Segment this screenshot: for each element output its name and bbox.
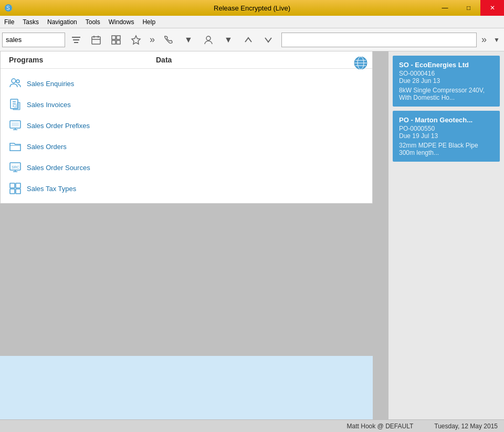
svg-rect-12 xyxy=(117,40,120,44)
folder-icon xyxy=(9,140,22,153)
data-area xyxy=(148,69,372,203)
programs-header: Programs xyxy=(1,51,148,68)
svg-point-14 xyxy=(206,36,211,40)
list-item[interactable]: Sales Enquiries xyxy=(1,73,148,94)
star-icon xyxy=(131,35,141,45)
star-button[interactable] xyxy=(127,31,145,49)
search-dropdown: Programs Data xyxy=(0,51,373,204)
app-icon: S xyxy=(4,4,13,12)
status-date: Tuesday, 12 May 2015 xyxy=(434,423,498,430)
dropdown-content: Sales Enquiries Sales Invoices xyxy=(1,69,372,203)
svg-marker-13 xyxy=(132,36,140,44)
filter-icon xyxy=(71,35,81,45)
person-icon xyxy=(203,35,214,45)
list-item[interactable]: Sales Tax Types xyxy=(1,178,148,199)
up-icon xyxy=(243,35,254,45)
program-label: Sales Tax Types xyxy=(27,185,76,193)
person-button[interactable] xyxy=(200,31,217,49)
monitor2-icon: SRC xyxy=(9,161,22,174)
list-item[interactable]: Sales Orders xyxy=(1,136,148,157)
list-item[interactable]: Sales Invoices xyxy=(1,94,148,115)
toolbar: » ▼ ▼ » ▼ xyxy=(0,28,504,51)
data-header: Data xyxy=(148,51,372,68)
card-desc: 32mm MDPE PE Black Pipe 300m length... xyxy=(399,142,494,156)
po-card[interactable]: PO - Marton Geotech... PO-0000550 Due 19… xyxy=(393,111,500,162)
dropdown-header: Programs Data xyxy=(1,51,372,69)
svg-rect-26 xyxy=(12,122,19,127)
down-button[interactable] xyxy=(259,31,277,49)
dropdown-phone-button[interactable]: ▼ xyxy=(180,31,197,49)
below-content-area xyxy=(0,356,373,419)
svg-rect-5 xyxy=(92,37,100,44)
menu-windows[interactable]: Windows xyxy=(104,17,139,27)
svg-rect-32 xyxy=(16,183,20,188)
title-bar: S Release Encrypted (Live) — □ ✕ xyxy=(0,0,504,16)
menu-help[interactable]: Help xyxy=(138,17,160,27)
globe-container xyxy=(353,56,368,72)
people-icon xyxy=(9,77,22,90)
svg-rect-10 xyxy=(117,36,120,39)
svg-rect-31 xyxy=(10,183,15,188)
close-button[interactable]: ✕ xyxy=(480,0,504,16)
menu-tools[interactable]: Tools xyxy=(81,17,104,27)
svg-rect-9 xyxy=(112,36,116,39)
svg-rect-34 xyxy=(16,189,20,194)
invoice-icon xyxy=(9,98,22,111)
program-label: Sales Orders xyxy=(27,143,67,151)
card-date: Due 28 Jun 13 xyxy=(399,77,494,85)
collapse-button[interactable]: ▼ xyxy=(491,31,502,49)
card-number: PO-0000550 xyxy=(399,125,494,132)
calendar-button[interactable] xyxy=(87,31,105,49)
svg-rect-11 xyxy=(112,40,116,44)
so-card[interactable]: SO - EcoEnergies Ltd SO-0000416 Due 28 J… xyxy=(393,56,500,107)
program-label: Sales Order Sources xyxy=(27,164,90,172)
menu-navigation[interactable]: Navigation xyxy=(43,17,81,27)
window-title: Release Encrypted (Live) xyxy=(214,4,290,12)
svg-point-20 xyxy=(12,79,16,83)
monitor-icon xyxy=(9,119,22,132)
program-label: Sales Invoices xyxy=(27,101,71,109)
up-button[interactable] xyxy=(239,31,257,49)
grid-button[interactable] xyxy=(107,31,125,49)
filter-button[interactable] xyxy=(67,31,85,49)
window-controls: — □ ✕ xyxy=(433,0,504,16)
program-label: Sales Enquiries xyxy=(27,80,74,88)
status-user: Matt Hook @ DEFAULT xyxy=(347,423,414,430)
list-item[interactable]: Sales Order Prefixes xyxy=(1,115,148,136)
dropdown-person-button[interactable]: ▼ xyxy=(219,31,237,49)
card-date: Due 19 Jul 13 xyxy=(399,132,494,140)
right-expand-button[interactable]: » xyxy=(479,31,489,49)
svg-text:SRC: SRC xyxy=(12,165,19,169)
right-panel: SO - EcoEnergies Ltd SO-0000416 Due 28 J… xyxy=(388,51,504,419)
card-title: PO - Marton Geotech... xyxy=(399,116,494,124)
globe-icon xyxy=(353,56,368,70)
card-number: SO-0000416 xyxy=(399,70,494,77)
svg-text:S: S xyxy=(6,5,10,11)
calendar-icon xyxy=(91,35,101,45)
status-bar: Matt Hook @ DEFAULT Tuesday, 12 May 2015 xyxy=(0,419,504,432)
search-input[interactable] xyxy=(2,33,65,47)
card-desc: 8kW Single Compressor 240V, With Domesti… xyxy=(399,87,494,101)
expand-button[interactable]: » xyxy=(147,31,158,49)
grid-icon xyxy=(111,35,121,45)
program-label: Sales Order Prefixes xyxy=(27,122,90,130)
menu-file[interactable]: File xyxy=(0,17,18,27)
phone-button[interactable] xyxy=(160,31,177,49)
svg-point-21 xyxy=(16,80,19,83)
programs-list: Sales Enquiries Sales Invoices xyxy=(1,69,148,203)
menu-bar: File Tasks Navigation Tools Windows Help xyxy=(0,16,504,28)
tax-grid-icon xyxy=(9,182,22,195)
list-item[interactable]: SRC Sales Order Sources xyxy=(1,157,148,178)
down-icon xyxy=(263,35,274,45)
card-title: SO - EcoEnergies Ltd xyxy=(399,61,494,69)
minimize-button[interactable]: — xyxy=(433,0,457,16)
secondary-search-input[interactable] xyxy=(281,33,477,47)
phone-icon xyxy=(163,35,174,45)
data-spacer xyxy=(152,73,368,178)
maximize-button[interactable]: □ xyxy=(457,0,480,16)
menu-tasks[interactable]: Tasks xyxy=(18,17,43,27)
main-area: Programs Data xyxy=(0,51,504,419)
svg-rect-33 xyxy=(10,189,15,194)
